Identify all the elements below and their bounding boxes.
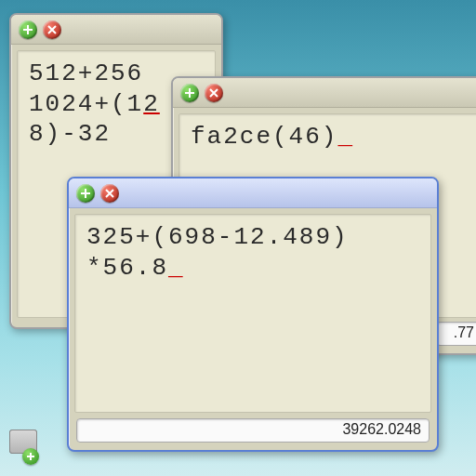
add-icon[interactable] [180, 84, 199, 102]
close-icon[interactable] [205, 84, 223, 102]
titlebar[interactable] [11, 15, 221, 45]
calc-window-front[interactable]: 325+(698-12.489) *56.8_ 39262.0248 [67, 177, 439, 452]
result-value: .77 [454, 324, 474, 340]
result-field: .77 [436, 322, 476, 346]
plus-icon [22, 448, 39, 465]
expr-text: fa2ce(46) [191, 123, 337, 151]
new-window-dock-icon[interactable] [9, 430, 50, 467]
caret: _ [168, 254, 185, 282]
close-icon[interactable] [43, 20, 61, 39]
titlebar[interactable] [69, 178, 437, 208]
caret: _ [337, 123, 354, 151]
result-field: 39262.0248 [76, 418, 430, 443]
expr-text: 325+(698-12.489) [86, 223, 349, 251]
expr-text: 1024+(1 [29, 90, 143, 118]
expr-text: 512+256 [29, 60, 143, 87]
titlebar[interactable] [173, 78, 476, 108]
expression-area[interactable]: 325+(698-12.489) *56.8_ [74, 214, 431, 413]
expr-text: 8)-32 [29, 120, 111, 148]
close-icon[interactable] [100, 184, 119, 203]
expr-text: *56.8 [86, 254, 168, 282]
add-icon[interactable] [76, 184, 95, 203]
result-value: 39262.0248 [342, 421, 421, 437]
add-icon[interactable] [19, 20, 37, 39]
expr-text-underlined: 2 [143, 90, 160, 118]
